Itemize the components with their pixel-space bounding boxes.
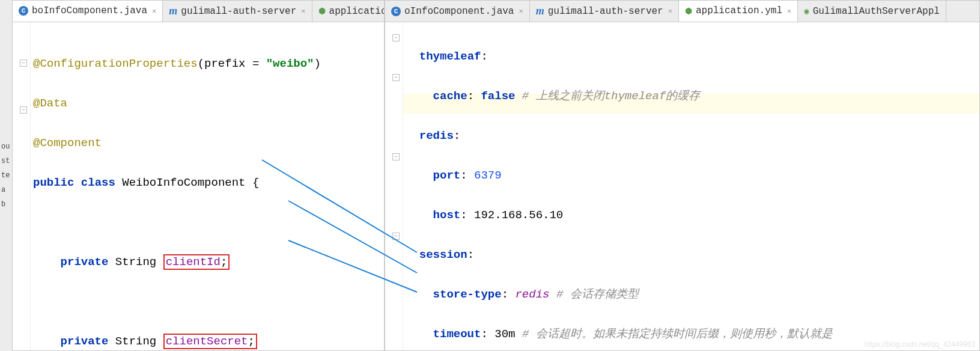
yaml-value: 6379 <box>474 169 502 182</box>
yaml-key: cache <box>433 90 467 103</box>
editor-left[interactable]: − − @ConfigurationProperties(prefix = "w… <box>13 22 384 350</box>
yaml-value: redis <box>515 288 549 301</box>
annotation: @Data <box>33 97 67 110</box>
annotation: @Component <box>33 136 102 150</box>
keyword: class <box>81 176 115 189</box>
keyword: private <box>61 255 109 269</box>
gutter: − − − − <box>385 22 403 350</box>
tab-label: GulimallAuthServerAppl <box>813 6 940 17</box>
comment: # 会话存储类型 <box>556 288 639 301</box>
yaml-key: thymeleaf <box>419 50 481 63</box>
fold-icon[interactable]: − <box>392 233 400 240</box>
yaml-key: redis <box>419 129 454 142</box>
tab-label: application.yml <box>696 5 782 16</box>
yaml-key: session <box>419 248 467 261</box>
close-icon[interactable]: ✕ <box>787 7 791 16</box>
java-class-icon: C <box>19 6 28 16</box>
gutter: − − <box>13 22 31 350</box>
keyword: public <box>33 176 74 189</box>
editor-pane-right: C oInfoComponent.java ✕ m gulimall-auth-… <box>385 0 980 351</box>
yaml-value: 30m <box>495 328 515 341</box>
annotation: @ConfigurationProperties <box>33 57 198 70</box>
comment: # 上线之前关闭thymeleaf的缓存 <box>522 90 700 103</box>
tab-gulimall-auth-server[interactable]: m gulimall-auth-server ✕ <box>530 1 679 22</box>
watermark: https://blog.csdn.net/qq_42449963 <box>865 340 975 349</box>
yml-icon: ⬢ <box>318 6 326 16</box>
tab-label: oInfoComponent.java <box>404 6 514 17</box>
field-clientsecret: clientSecret <box>166 335 248 348</box>
type: String <box>115 255 156 269</box>
tab-label: gulimall-auth-server <box>181 6 296 17</box>
tab-infocomponent[interactable]: C oInfoComponent.java ✕ <box>385 1 530 22</box>
class-name: WeiboInfoComponent <box>122 176 245 189</box>
tab-weiboinfocomponent[interactable]: C boInfoComponent.java ✕ <box>13 1 163 22</box>
yml-icon: ⬢ <box>685 6 692 16</box>
param-name: prefix <box>204 57 245 70</box>
tabbar-left: C boInfoComponent.java ✕ m gulimall-auth… <box>13 1 384 22</box>
equals: = <box>252 57 259 70</box>
comment: # 会话超时。如果未指定持续时间后缀，则使用秒，默认就是 <box>522 328 833 341</box>
maven-icon: m <box>169 5 177 17</box>
tab-application-yml-active[interactable]: ⬢ application.yml ✕ <box>679 1 798 22</box>
editor-right[interactable]: − − − − thymeleaf: cache: false # 上线之前关闭… <box>385 22 979 350</box>
tab-label: gulimall-auth-server <box>548 6 663 17</box>
close-icon[interactable]: ✕ <box>301 7 305 16</box>
field-clientid: clientId <box>166 255 221 269</box>
tab-label: application.yml <box>329 6 384 17</box>
yaml-code: thymeleaf: cache: false # 上线之前关闭thymelea… <box>406 22 979 350</box>
java-class-icon: C <box>391 7 401 16</box>
tabbar-right: C oInfoComponent.java ✕ m gulimall-auth-… <box>385 1 979 22</box>
tab-gulimall-auth-server[interactable]: m gulimall-auth-server ✕ <box>163 1 312 22</box>
project-strip: ou st te a b <box>0 0 12 351</box>
close-icon[interactable]: ✕ <box>519 7 523 16</box>
java-code: @ConfigurationProperties(prefix = "weibo… <box>33 22 384 350</box>
fold-icon[interactable]: − <box>392 34 400 41</box>
strip-item: a <box>1 186 5 194</box>
fold-icon[interactable]: − <box>20 106 27 114</box>
tab-label: boInfoComponent.java <box>32 5 147 16</box>
type: String <box>115 335 156 348</box>
tab-gulimall-auth-app[interactable]: ◉ GulimallAuthServerAppl <box>798 1 946 22</box>
string-literal: "weibo" <box>266 57 314 70</box>
close-icon[interactable]: ✕ <box>152 7 156 16</box>
spring-icon: ◉ <box>804 6 809 16</box>
editor-pane-left: C boInfoComponent.java ✕ m gulimall-auth… <box>12 0 385 351</box>
yaml-value: 192.168.56.10 <box>474 209 563 222</box>
fold-icon[interactable]: − <box>392 153 400 160</box>
strip-item: ou <box>1 142 10 151</box>
yaml-key: timeout <box>433 328 481 341</box>
strip-item: b <box>1 200 5 209</box>
yaml-key: port <box>433 169 461 182</box>
yaml-key: host <box>433 209 461 222</box>
brace: { <box>252 176 259 189</box>
strip-item: st <box>1 157 10 165</box>
keyword: private <box>61 335 109 348</box>
close-icon[interactable]: ✕ <box>668 7 672 16</box>
yaml-key: store-type <box>433 288 502 301</box>
strip-item: te <box>1 171 10 180</box>
yaml-value: false <box>481 90 515 103</box>
maven-icon: m <box>536 5 544 17</box>
fold-icon[interactable]: − <box>392 74 400 81</box>
tab-application-yml[interactable]: ⬢ application.yml <box>312 1 384 22</box>
fold-icon[interactable]: − <box>20 60 27 67</box>
